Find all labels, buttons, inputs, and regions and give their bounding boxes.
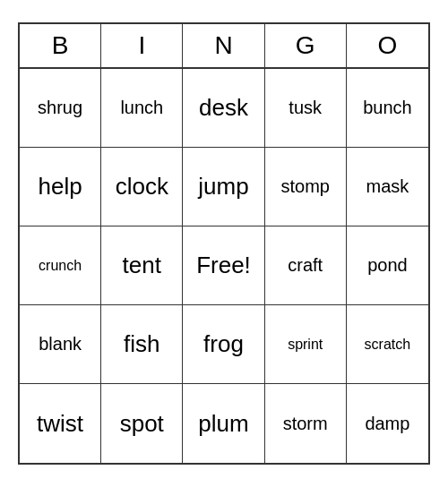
cell-2-1[interactable]: tent [101, 226, 183, 305]
cell-0-2[interactable]: desk [183, 69, 264, 148]
cell-0-3[interactable]: tusk [265, 69, 347, 148]
header-letter-n: N [183, 24, 264, 67]
cell-3-0[interactable]: blank [20, 305, 101, 384]
bingo-header: BINGO [20, 24, 428, 69]
cell-4-4[interactable]: damp [347, 384, 428, 463]
cell-4-1[interactable]: spot [101, 384, 183, 463]
cell-4-3[interactable]: storm [265, 384, 347, 463]
bingo-grid: shruglunchdesktuskbunchhelpclockjumpstom… [20, 69, 428, 463]
cell-1-3[interactable]: stomp [265, 148, 347, 226]
cell-1-2[interactable]: jump [183, 148, 264, 226]
cell-0-4[interactable]: bunch [347, 69, 428, 148]
cell-1-1[interactable]: clock [101, 148, 183, 226]
cell-3-4[interactable]: scratch [347, 305, 428, 384]
bingo-card: BINGO shruglunchdesktuskbunchhelpclockju… [18, 22, 430, 465]
cell-4-0[interactable]: twist [20, 384, 101, 463]
cell-2-4[interactable]: pond [347, 226, 428, 305]
cell-2-2[interactable]: Free! [183, 226, 264, 305]
cell-2-3[interactable]: craft [265, 226, 347, 305]
header-letter-i: I [101, 24, 183, 67]
header-letter-b: B [20, 24, 101, 67]
cell-1-0[interactable]: help [20, 148, 101, 226]
cell-4-2[interactable]: plum [183, 384, 264, 463]
cell-0-1[interactable]: lunch [101, 69, 183, 148]
cell-0-0[interactable]: shrug [20, 69, 101, 148]
cell-3-1[interactable]: fish [101, 305, 183, 384]
cell-3-2[interactable]: frog [183, 305, 264, 384]
cell-1-4[interactable]: mask [347, 148, 428, 226]
cell-3-3[interactable]: sprint [265, 305, 347, 384]
cell-2-0[interactable]: crunch [20, 226, 101, 305]
header-letter-o: O [347, 24, 428, 67]
header-letter-g: G [265, 24, 347, 67]
